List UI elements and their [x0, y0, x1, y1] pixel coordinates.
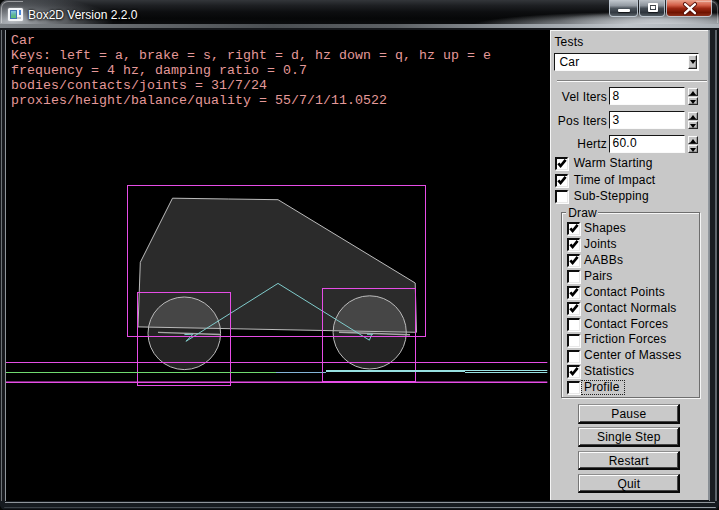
svg-text:Keys: left = a, brake = s, rig: Keys: left = a, brake = s, right = d, hz… [11, 48, 491, 63]
svg-text:Car: Car [11, 33, 35, 48]
svg-text:bodies/contacts/joints = 31/7/: bodies/contacts/joints = 31/7/24 [11, 78, 267, 93]
svg-text:proxies/height/balance/quality: proxies/height/balance/quality = 55/7/1/… [11, 93, 387, 108]
svg-text:frequency = 4 hz, damping rati: frequency = 4 hz, damping ratio = 0.7 [11, 63, 307, 78]
